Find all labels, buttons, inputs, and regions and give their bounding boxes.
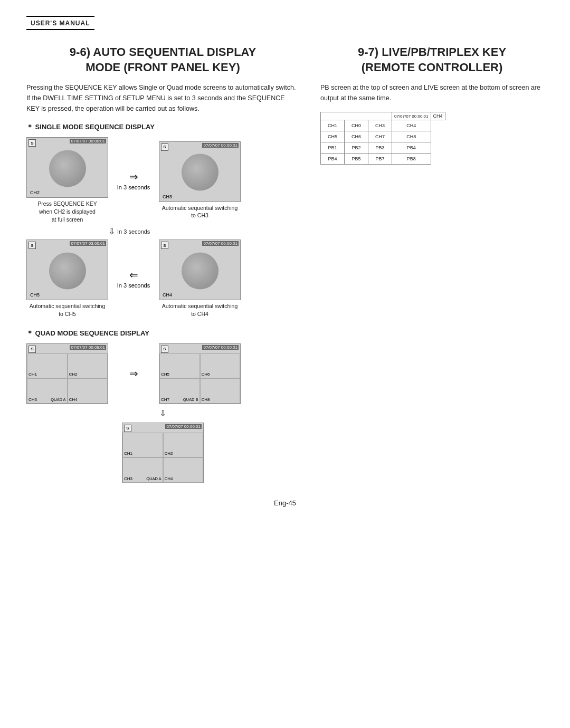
table-row: PB1 PB2 PB3 PB4	[321, 142, 445, 154]
quad-cell-b2: CH6	[200, 353, 241, 379]
left-column: 9-6) AUTO SEQUENTIAL DISPLAY MODE (FRONT…	[26, 45, 299, 483]
timestamp-1: 07/07/07 00:00:01	[70, 139, 106, 143]
cam-block-3: 07/07/07 03:00:01 S CH5 Automatic sequen…	[26, 240, 108, 318]
s-button-4: S	[161, 242, 168, 249]
quad-seq-row1: 07/07/07 00:08:01 S CH1 CH2 CH3QUAD A CH…	[26, 343, 299, 404]
quad-ts-c: 07/07/07 00:00:01	[165, 424, 202, 429]
cam-circle-4	[182, 252, 218, 289]
cam-caption-2: Automatic sequential switchingto CH3	[162, 204, 238, 219]
quad-cell-c1: CH1	[122, 433, 163, 458]
ch-label-2: CH3	[163, 194, 172, 199]
right-section-title: 9-7) LIVE/PB/TRIPLEX KEY (REMOTE CONTROL…	[320, 45, 544, 75]
right-section-body: PB screen at the top of screen and LIVE …	[320, 82, 544, 103]
down-arrow-row-1: ⇩ In 3 seconds	[108, 226, 299, 236]
main-content: 9-6) AUTO SEQUENTIAL DISPLAY MODE (FRONT…	[26, 45, 544, 483]
quad-block-b: 07/07/07 00:00:01 S CH5 CH6 CH7QUAD B CH…	[159, 343, 241, 404]
quad-block-a: 07/07/07 00:08:01 S CH1 CH2 CH3QUAD A CH…	[26, 343, 108, 404]
single-seq-row2: 07/07/07 03:00:01 S CH5 Automatic sequen…	[26, 240, 299, 318]
cam-screen-3: 07/07/07 03:00:01 S CH5	[26, 240, 108, 300]
quad-cell-b4: CH8	[200, 378, 241, 404]
s-button-1: S	[28, 139, 36, 147]
quad-ts-a: 07/07/07 00:08:01	[70, 345, 106, 350]
quad-seq-row2: 07/07/07 00:00:01 S CH1 CH2 CH3QUAD A CH…	[26, 423, 299, 483]
cam-screen-4: 07/07/07 00:00:01 S CH4	[159, 240, 241, 300]
cam-screen-1: 07/07/07 00:00:01 S CH2	[26, 137, 108, 198]
single-seq-row1: 07/07/07 00:00:01 S CH2 Press SEQUENCE K…	[26, 137, 299, 223]
timestamp-2: 07/07/07 00:00:01	[202, 143, 239, 148]
quad-arrow-1: ⇒	[112, 367, 155, 380]
cam-caption-1: Press SEQUENCE KEYwhen CH2 is displayeda…	[37, 200, 97, 223]
quad-cell-b1: CH5	[159, 353, 200, 379]
left-section-body: Pressing the SEQUENCE KEY allows Single …	[26, 82, 299, 114]
cam-caption-4: Automatic sequential switchingto CH4	[162, 302, 238, 318]
triplex-ts: 07/07/07 00:00:01	[392, 112, 431, 120]
quad-screen-c: 07/07/07 00:00:01 S CH1 CH2 CH3QUAD A CH…	[122, 423, 204, 483]
single-mode-title: ＊ SINGLE MODE SEQUENCE DISPLAY	[26, 122, 299, 132]
quad-cell-a3: CH3QUAD A	[27, 378, 68, 404]
quad-right-arrow-1: ⇒	[129, 367, 138, 380]
in-seconds-down-1: In 3 seconds	[117, 228, 150, 235]
quad-screen-b: 07/07/07 00:00:01 S CH5 CH6 CH7QUAD B CH…	[159, 343, 241, 404]
in-seconds-2: In 3 seconds	[117, 282, 150, 289]
cam-block-4: 07/07/07 00:00:01 S CH4 Automatic sequen…	[159, 240, 241, 318]
quad-block-c: 07/07/07 00:00:01 S CH1 CH2 CH3QUAD A CH…	[122, 423, 204, 483]
triplex-table: 07/07/07 00:00:01 CH4 CH1 CH0 CH3 CH4 CH…	[320, 112, 445, 165]
cam-block-2: 07/07/07 00:00:01 S CH3 Automatic sequen…	[159, 141, 241, 219]
quad-s-a: S	[28, 346, 36, 353]
left-arrow-2: ⇐	[129, 269, 138, 281]
quad-screen-a: 07/07/07 00:08:01 S CH1 CH2 CH3QUAD A CH…	[26, 343, 108, 404]
table-row: PB4 PB5 PB7 PB8	[321, 154, 445, 165]
arrow-area-2: ⇐ In 3 seconds	[112, 269, 155, 289]
quad-cell-c4: CH4	[163, 457, 204, 483]
right-arrow-1: ⇒	[129, 170, 138, 183]
cam-screen-2: 07/07/07 00:00:01 S CH3	[159, 141, 241, 202]
quad-down-arrow: ⇩	[159, 408, 166, 418]
left-section-title: 9-6) AUTO SEQUENTIAL DISPLAY MODE (FRONT…	[26, 45, 299, 75]
triplex-header-row: 07/07/07 00:00:01 CH4	[321, 112, 445, 120]
cam-caption-3: Automatic sequential switchingto CH5	[30, 302, 106, 318]
quad-cell-c3: CH3QUAD A	[122, 457, 163, 483]
ch-label-4: CH4	[163, 292, 172, 298]
arrow-area-1: ⇒ In 3 seconds	[112, 170, 155, 190]
cam-circle-2	[182, 154, 218, 190]
quad-cell-c2: CH2	[163, 433, 204, 458]
s-button-3: S	[28, 242, 36, 249]
right-column: 9-7) LIVE/PB/TRIPLEX KEY (REMOTE CONTROL…	[320, 45, 544, 165]
quad-cell-a2: CH2	[68, 353, 108, 379]
quad-down-arrow-row: ⇩	[26, 408, 299, 418]
cam-circle-3	[49, 252, 86, 289]
quad-s-c: S	[124, 425, 131, 432]
quad-s-b: S	[161, 346, 168, 353]
in-seconds-1: In 3 seconds	[117, 184, 150, 190]
quad-ts-b: 07/07/07 00:00:01	[202, 345, 239, 350]
table-row: CH1 CH0 CH3 CH4	[321, 120, 445, 131]
quad-mode-title: ＊ QUAD MODE SEQUENCE DISPLAY	[26, 329, 299, 338]
page-number: Eng-45	[26, 499, 544, 507]
table-row: CH5 CH6 CH7 CH8	[321, 131, 445, 142]
quad-cell-b3: CH7QUAD B	[159, 378, 200, 404]
s-button-2: S	[161, 143, 168, 151]
header-bar: USER'S MANUAL	[26, 16, 94, 30]
ch-label-1: CH2	[30, 190, 40, 195]
cam-block-1: 07/07/07 00:00:01 S CH2 Press SEQUENCE K…	[26, 137, 108, 223]
timestamp-3: 07/07/07 03:00:01	[70, 241, 106, 246]
triplex-table-wrapper: 07/07/07 00:00:01 CH4 CH1 CH0 CH3 CH4 CH…	[320, 112, 544, 165]
quad-cell-a4: CH4	[68, 378, 108, 404]
cam-circle-1	[49, 150, 86, 187]
triplex-ch4-header: CH4	[431, 112, 445, 120]
timestamp-4: 07/07/07 00:00:01	[202, 241, 239, 246]
quad-cell-a1: CH1	[27, 353, 68, 379]
header-label: USER'S MANUAL	[31, 20, 90, 27]
ch-label-3: CH5	[30, 292, 40, 298]
down-arrow-1: ⇩	[108, 226, 115, 236]
